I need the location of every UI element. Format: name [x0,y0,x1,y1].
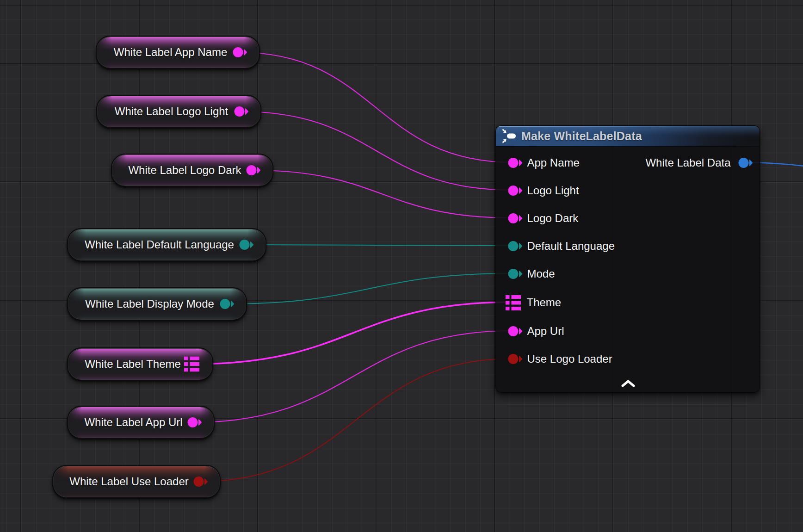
path-shape [519,271,522,277]
rect-shape [184,362,188,366]
var-node-display-mode[interactable]: White Label Display Mode [67,287,247,321]
rect-shape [190,357,200,360]
path-shape [519,243,522,249]
rect-shape [511,301,521,304]
wire-default-language-to-default-language[interactable] [245,245,513,246]
circle-shape [508,213,518,223]
path-shape [749,160,753,166]
output-pin-display-mode[interactable] [220,298,235,309]
g-shape [507,134,516,139]
path-shape [519,328,522,334]
rect-shape [507,134,516,139]
path-shape [198,419,202,425]
input-row-use-logo-loader: Use Logo Loader [508,353,612,365]
input-pin-label: Use Logo Loader [527,353,612,365]
input-row-mode: Mode [508,268,555,279]
input-row-logo-dark: Logo Dark [508,213,579,224]
circle-shape [188,417,198,427]
output-pin-app-url[interactable] [187,417,202,428]
wire-use-loader-to-use-logo-loader[interactable] [199,359,513,482]
path-shape [231,301,234,307]
wire-logo-light-to-logo-light[interactable] [240,111,513,190]
input-pin-label: Default Language [527,241,615,252]
input-pin-label: Logo Dark [527,213,579,224]
circle-shape [508,354,518,364]
output-pin-label: White Label Data [645,157,730,168]
input-row-app-url: App Url [508,326,564,337]
var-node-use-loader[interactable]: White Label Use Loader [52,465,221,498]
var-node-app-url[interactable]: White Label App Url [67,406,215,439]
path-shape [245,108,248,114]
wire-app-name-to-app-name[interactable] [239,52,513,162]
var-node-theme[interactable]: White Label Theme [67,347,213,381]
rect-shape [184,368,188,372]
input-pin-0[interactable] [508,157,523,168]
circle-shape [235,106,245,117]
blueprint-graph-canvas[interactable]: White Label App NameWhite Label Logo Lig… [0,0,803,532]
circle-shape [233,47,243,57]
output-pin-app-name[interactable] [233,47,247,58]
output-pin-white-label-data[interactable] [738,157,753,168]
output-pin-logo-dark[interactable] [246,165,261,176]
chevron-up-icon [621,379,635,387]
wire-display-mode-to-mode[interactable] [226,273,513,304]
collapse-node-button[interactable] [618,377,638,389]
input-row-logo-light: Logo Light [508,185,579,196]
wire-app-url-to-app-url[interactable] [193,331,513,422]
input-pin-6[interactable] [508,326,523,337]
var-node-app-name[interactable]: White Label App Name [96,36,260,69]
make-struct-icon [502,128,517,144]
rect-shape [506,295,510,299]
path-shape [250,241,253,247]
circle-shape [194,476,204,487]
path-shape [519,215,522,221]
make-node-title: Make WhiteLabelData [521,130,642,143]
circle-shape [508,186,518,196]
output-pin-struct-theme[interactable] [184,357,199,372]
path-shape [519,160,522,166]
rect-shape [184,357,188,360]
input-pin-struct-5[interactable] [506,295,521,310]
var-node-logo-dark[interactable]: White Label Logo Dark [111,154,273,187]
output-pin-logo-light[interactable] [234,106,249,117]
path-shape [519,356,522,362]
rect-shape [506,301,510,304]
input-pin-label: Theme [527,297,562,308]
input-pin-label: App Name [527,157,580,168]
input-pin-1[interactable] [508,185,523,196]
path-shape [257,167,260,173]
input-row-app-name: App Name [508,157,580,168]
var-node-label: White Label Default Language [68,239,266,250]
input-pin-label: Mode [527,268,555,279]
path-shape [204,478,208,484]
rect-shape [190,362,200,366]
circle-shape [738,158,748,168]
line-shape [503,130,505,131]
input-pin-7[interactable] [508,353,523,365]
circle-shape [240,240,250,250]
line-shape [503,141,505,142]
input-row-theme: Theme [506,295,562,310]
input-pin-3[interactable] [508,241,523,252]
circle-shape [247,165,257,175]
var-node-default-language[interactable]: White Label Default Language [67,228,266,261]
make-node-title-bar[interactable]: Make WhiteLabelData [496,126,760,147]
rect-shape [511,295,521,299]
output-row-white-label-data: White Label Data [645,157,753,168]
rect-shape [190,368,200,372]
input-pin-label: Logo Light [527,185,579,196]
wire-logo-dark-to-logo-dark[interactable] [252,170,513,218]
make-whitelabeldata-node[interactable]: Make WhiteLabelDataApp NameLogo LightLog… [495,125,760,393]
rect-shape [511,307,521,310]
output-pin-default-language[interactable] [239,239,254,250]
input-pin-2[interactable] [508,213,523,224]
path-shape [519,187,522,193]
input-row-default-language: Default Language [508,241,615,252]
var-node-logo-light[interactable]: White Label Logo Light [96,95,261,128]
circle-shape [508,326,518,336]
rect-shape [506,307,510,310]
output-pin-use-loader[interactable] [193,476,208,487]
input-pin-4[interactable] [508,268,523,279]
circle-shape [220,299,230,309]
input-pin-label: App Url [527,326,564,337]
